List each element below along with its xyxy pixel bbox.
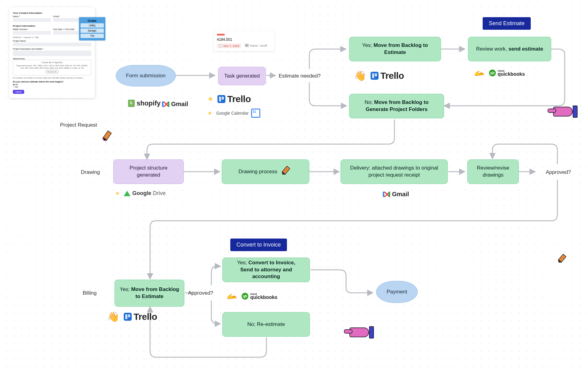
google-drive-logo: Google Drive (124, 190, 166, 197)
row-label-project-request: Project Request (60, 122, 97, 128)
node-no-backlog-folders: No; Move from Backlog to Generate Projec… (349, 94, 444, 118)
decision-estimate-needed: Estimate needed? (279, 73, 321, 79)
brand-quickbooks-row3: 🫴 qb ıntuıtquickbooks (227, 291, 277, 301)
node-project-structure: Project structure generated (113, 159, 184, 184)
node-no-reestimate: No; Re-estimate (222, 312, 310, 337)
node-billing-move: Yes; Move from Backlog to Estimate (115, 280, 184, 307)
pencil-icon (100, 129, 116, 145)
decision-approved-billing: Approved? (188, 290, 213, 296)
coin-hand-icon: 🫴 (227, 291, 237, 301)
brand-backlog-estimate: 👋 Trello (354, 70, 404, 82)
brand-stack-form: shopify Gmail (128, 96, 188, 108)
quickbooks-logo: qb ıntuıtquickbooks (489, 70, 525, 76)
form-submit-button: Submit (13, 90, 24, 94)
brand-quickbooks-row1: 🫴 qb ıntuıtquickbooks (474, 68, 525, 78)
node-review-revise: Review/revise drawings (467, 159, 519, 184)
brand-gdrive: Google Drive (115, 190, 166, 197)
trello-logo: Trello (217, 94, 251, 104)
send-estimate-button[interactable]: Send Estimate (483, 17, 531, 30)
row-label-drawing: Drawing (81, 169, 100, 175)
row-label-billing: Billing (83, 290, 96, 296)
node-delivery: Delivery: attached drawings to original … (341, 159, 448, 184)
node-yes-backlog-estimate: Yes; Move from Backlog to Estimate (349, 37, 441, 61)
convert-to-invoice-button[interactable]: Convert to Invoice (230, 239, 287, 251)
trello-logo: Trello (124, 312, 157, 322)
coin-hand-icon: 🫴 (474, 68, 485, 78)
sparkle-icon (115, 191, 119, 196)
gmail-logo: Gmail (162, 101, 188, 108)
shopify-logo: shopify (128, 99, 160, 107)
google-calendar-logo: Google Calendar (216, 109, 260, 118)
sparkle-icon (208, 96, 213, 102)
brand-billing-trello: 👋 Trello (107, 311, 157, 323)
pointing-hand-icon (553, 103, 577, 118)
pencil-icon (279, 164, 293, 179)
trello-logo: Trello (371, 71, 404, 81)
pointing-hand-icon (349, 324, 373, 338)
task-card: 4184.001 🕘Dec 7, 2023 Name: Geoff (214, 31, 274, 51)
gmail-logo-delivery: Gmail (383, 191, 409, 198)
wave-hand-icon: 👋 (354, 70, 366, 82)
brand-stack-task: Trello Google Calendar (208, 94, 260, 118)
decision-approved-drawing: Approved? (546, 169, 571, 175)
quickbooks-logo: qb ıntuıtquickbooks (242, 293, 277, 300)
node-review-send-estimate: Review work, send estimate (468, 37, 551, 61)
node-drawing-process: Drawing process (222, 159, 309, 184)
pencil-icon (555, 253, 569, 267)
sparkle-icon (208, 111, 212, 115)
order-panel: Order Utility Design TM (79, 17, 105, 40)
node-form-submission: Form submission (116, 65, 176, 86)
wave-hand-icon: 👋 (107, 311, 119, 323)
clock-icon: 🕘 (219, 44, 222, 48)
node-task-generated: Task generated (218, 67, 266, 85)
node-convert-invoice: Yes; Convert to Invoice, Send to attorne… (222, 258, 310, 282)
node-payment: Payment (376, 281, 418, 303)
chat-icon (245, 44, 249, 47)
